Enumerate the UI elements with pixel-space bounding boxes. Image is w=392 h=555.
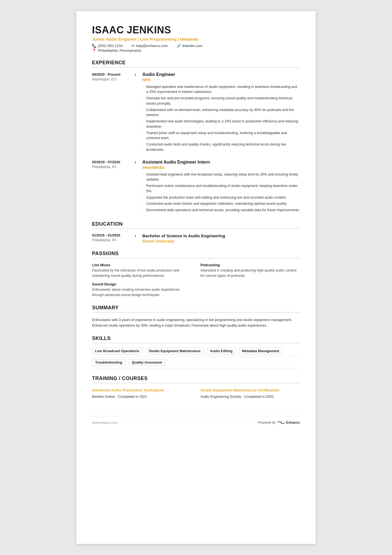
exp-dot-npr (135, 72, 138, 154)
bullet-item: Conducted audio level checks and equipme… (142, 201, 300, 206)
brand-name: Enhancv (286, 421, 300, 425)
email-icon: ✉ (132, 44, 135, 48)
training-name-studio-cert: Studio Equipment Maintenance Certificati… (200, 388, 300, 393)
passions-title: PASSIONS (92, 251, 300, 258)
training-item-studio-cert: Studio Equipment Maintenance Certificati… (200, 388, 300, 399)
edu-dot-drexel (135, 233, 138, 243)
passion-name-podcasting: Podcasting (200, 263, 300, 267)
bullet-item: Performed routine maintenance and troubl… (142, 183, 300, 194)
training-grid: Advanced Audio Production Techniques Ber… (92, 388, 300, 399)
location-value: Philadelphia, Pennsylvania (98, 48, 141, 53)
resume-page: ISAAC JENKINS Junior Audio Engineer | Li… (76, 11, 316, 544)
email-value: help@enhancv.com (136, 44, 168, 48)
svg-point-0 (281, 422, 282, 423)
skills-title: SKILLS (92, 336, 300, 343)
exp-date-npr: 08/2020 - Present (92, 73, 135, 77)
candidate-title: Junior Audio Engineer | Live Programming… (92, 37, 300, 41)
skill-troubleshooting: Troubleshooting (92, 359, 125, 366)
training-name-advanced-audio: Advanced Audio Production Techniques (92, 388, 192, 393)
training-section: TRAINING / COURSES Advanced Audio Produc… (92, 376, 300, 399)
passion-name-live-music: Live Music (92, 263, 192, 267)
linkedin-contact: 🔗 linkedin.com (177, 44, 202, 48)
exp-location-npr: Washington, D.C. (92, 77, 135, 81)
passion-desc-sound-design: Enthusiastic about creating immersive au… (92, 287, 192, 298)
passions-grid: Live Music Fascinated by the intricacies… (92, 263, 300, 298)
skill-studio-equipment: Studio Equipment Maintenance (146, 348, 204, 354)
education-section: EDUCATION 01/2016 - 01/2020 Philadelphia… (92, 221, 300, 243)
skill-live-broadcast: Live Broadcast Operations (92, 348, 142, 354)
skills-section: SKILLS Live Broadcast Operations Studio … (92, 336, 300, 368)
training-item-advanced-audio: Advanced Audio Production Techniques Ber… (92, 388, 192, 399)
exp-right-npr: Audio Engineer NPR Managed operation and… (138, 72, 300, 154)
edu-location-drexel: Philadelphia, PA (92, 238, 135, 242)
summary-section: SUMMARY Enthusiastic with 3 years of exp… (92, 305, 300, 328)
bullet-item: Supported the production team with editi… (142, 195, 300, 200)
footer-brand: Powered by Enhancv (258, 420, 300, 425)
skill-audio-editing: Audio Editing (207, 348, 235, 354)
education-title: EDUCATION (92, 221, 300, 229)
experience-item-iheartmedia: 05/2019 - 07/2020 Philadelphia, PA Assis… (92, 160, 300, 214)
summary-text: Enthusiastic with 3 years of experience … (92, 317, 300, 328)
bullet-item: Documented daily operations and technica… (142, 208, 300, 213)
skills-row-1: Live Broadcast Operations Studio Equipme… (92, 348, 300, 357)
skills-row-2: Troubleshooting Quality Assurance (92, 359, 300, 368)
experience-title: EXPERIENCE (92, 60, 300, 68)
contact-row: 📞 (555) 555-1234 ✉ help@enhancv.com 🔗 li… (92, 44, 300, 48)
exp-dot-ihm (135, 160, 138, 214)
skill-metadata: Metadata Management (239, 348, 282, 354)
header: ISAAC JENKINS Junior Audio Engineer | Li… (92, 24, 300, 53)
edu-degree-drexel: Bachelor of Science in Audio Engineering (142, 233, 300, 238)
training-detail-advanced-audio: Berklee Online - Completed in 2021 (92, 394, 192, 399)
passion-item-podcasting: Podcasting Interested in creating and pr… (200, 263, 300, 278)
enhancv-svg-icon (277, 420, 285, 425)
skill-quality-assurance: Quality Assurance (129, 359, 165, 366)
phone-contact: 📞 (555) 555-1234 (92, 44, 123, 48)
exp-company-ihm: iHeartMedia (142, 165, 300, 170)
exp-date-ihm: 05/2019 - 07/2020 (92, 160, 135, 164)
training-detail-studio-cert: Audio Engineering Society - Completed in… (200, 394, 300, 399)
exp-role-ihm: Assistant Audio Engineer Intern (142, 160, 300, 165)
education-item-drexel: 01/2016 - 01/2020 Philadelphia, PA Bache… (92, 233, 300, 243)
exp-company-npr: NPR (142, 78, 300, 82)
exp-left-npr: 08/2020 - Present Washington, D.C. (92, 72, 135, 154)
passion-item-sound-design: Sound Design Enthusiastic about creating… (92, 282, 192, 298)
exp-left-ihm: 05/2019 - 07/2020 Philadelphia, PA (92, 160, 135, 214)
bullet-item: Collaborated with on-demand team, enhanc… (142, 107, 300, 118)
address-row: 📍 Philadelphia, Pennsylvania (92, 48, 300, 53)
email-contact: ✉ help@enhancv.com (132, 44, 168, 48)
bullet-item: Assisted lead engineers with live broadc… (142, 172, 300, 182)
exp-bullets-npr: Managed operation and maintenance of stu… (142, 84, 300, 152)
edu-school-drexel: Drexel University (142, 239, 300, 243)
passions-section: PASSIONS Live Music Fascinated by the in… (92, 251, 300, 298)
phone-value: (555) 555-1234 (98, 44, 123, 48)
footer-website: www.enhancv.com (92, 421, 117, 424)
passion-name-sound-design: Sound Design (92, 282, 192, 286)
edu-date-drexel: 01/2016 - 01/2020 (92, 233, 135, 237)
passion-desc-live-music: Fascinated by the intricacies of live au… (92, 268, 192, 278)
powered-by-label: Powered by (258, 421, 276, 425)
bullet-item: Oversaw live and pre-recorded programs, … (142, 96, 300, 106)
link-icon: 🔗 (177, 44, 181, 48)
footer: www.enhancv.com Powered by Enhancv (92, 416, 300, 425)
skills-rows: Live Broadcast Operations Studio Equipme… (92, 348, 300, 368)
exp-location-ihm: Philadelphia, PA (92, 165, 135, 169)
edu-right-drexel: Bachelor of Science in Audio Engineering… (138, 233, 300, 243)
candidate-name: ISAAC JENKINS (92, 24, 300, 36)
summary-title: SUMMARY (92, 305, 300, 313)
experience-item-npr: 08/2020 - Present Washington, D.C. Audio… (92, 72, 300, 154)
exp-bullets-ihm: Assisted lead engineers with live broadc… (142, 172, 300, 213)
linkedin-value: linkedin.com (182, 44, 202, 48)
training-title: TRAINING / COURSES (92, 376, 300, 383)
bullet-item: Trained junior staff on equipment setup … (142, 130, 300, 141)
bullet-item: Conducted audio tests and quality checks… (142, 142, 300, 152)
passion-desc-podcasting: Interested in creating and producing hig… (200, 268, 300, 278)
enhancv-logo: Enhancv (277, 420, 300, 425)
bullet-item: Implemented new audio technologies, lead… (142, 119, 300, 129)
exp-right-ihm: Assistant Audio Engineer Intern iHeartMe… (138, 160, 300, 214)
phone-icon: 📞 (92, 44, 96, 48)
passion-item-live-music: Live Music Fascinated by the intricacies… (92, 263, 192, 278)
exp-role-npr: Audio Engineer (142, 72, 300, 77)
experience-section: EXPERIENCE 08/2020 - Present Washington,… (92, 60, 300, 214)
location-icon: 📍 (92, 48, 96, 53)
bullet-item: Managed operation and maintenance of stu… (142, 84, 300, 95)
